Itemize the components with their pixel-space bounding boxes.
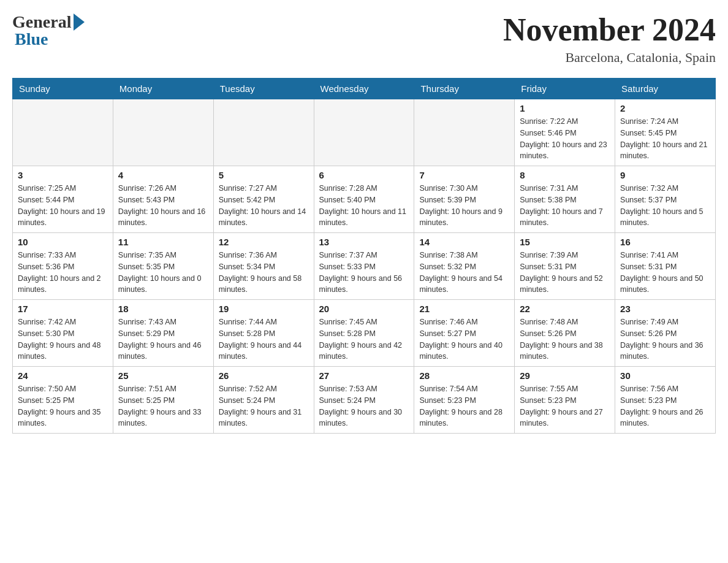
- day-cell: 22Sunrise: 7:48 AM Sunset: 5:26 PM Dayli…: [515, 300, 615, 367]
- day-cell: 10Sunrise: 7:33 AM Sunset: 5:36 PM Dayli…: [13, 233, 113, 300]
- day-number: 25: [118, 370, 208, 381]
- calendar-header-row: SundayMondayTuesdayWednesdayThursdayFrid…: [13, 79, 716, 99]
- month-title: November 2024: [503, 12, 716, 47]
- title-area: November 2024 Barcelona, Catalonia, Spai…: [503, 12, 716, 66]
- day-info: Sunrise: 7:33 AM Sunset: 5:36 PM Dayligh…: [18, 250, 108, 296]
- day-cell: 7Sunrise: 7:30 AM Sunset: 5:39 PM Daylig…: [414, 166, 515, 233]
- day-number: 11: [118, 237, 208, 247]
- header: General Blue November 2024 Barcelona, Ca…: [12, 12, 716, 66]
- day-cell: 2Sunrise: 7:24 AM Sunset: 5:45 PM Daylig…: [615, 99, 716, 166]
- day-cell: 21Sunrise: 7:46 AM Sunset: 5:27 PM Dayli…: [414, 300, 515, 367]
- calendar-header-thursday: Thursday: [414, 79, 515, 99]
- day-cell: 26Sunrise: 7:52 AM Sunset: 5:24 PM Dayli…: [213, 367, 314, 434]
- day-info: Sunrise: 7:28 AM Sunset: 5:40 PM Dayligh…: [319, 183, 409, 229]
- week-row-1: 1Sunrise: 7:22 AM Sunset: 5:46 PM Daylig…: [13, 99, 716, 166]
- day-cell: 20Sunrise: 7:45 AM Sunset: 5:28 PM Dayli…: [314, 300, 414, 367]
- day-number: 16: [620, 237, 710, 247]
- day-cell: 16Sunrise: 7:41 AM Sunset: 5:31 PM Dayli…: [615, 233, 716, 300]
- day-info: Sunrise: 7:44 AM Sunset: 5:28 PM Dayligh…: [219, 316, 309, 362]
- day-cell: 14Sunrise: 7:38 AM Sunset: 5:32 PM Dayli…: [414, 233, 515, 300]
- day-cell: 12Sunrise: 7:36 AM Sunset: 5:34 PM Dayli…: [213, 233, 314, 300]
- day-number: 20: [319, 304, 409, 314]
- logo: General Blue: [12, 12, 85, 49]
- day-info: Sunrise: 7:52 AM Sunset: 5:24 PM Dayligh…: [219, 383, 309, 429]
- day-info: Sunrise: 7:26 AM Sunset: 5:43 PM Dayligh…: [118, 183, 208, 229]
- day-info: Sunrise: 7:43 AM Sunset: 5:29 PM Dayligh…: [118, 316, 208, 362]
- day-info: Sunrise: 7:36 AM Sunset: 5:34 PM Dayligh…: [219, 250, 309, 296]
- day-number: 7: [419, 170, 509, 180]
- day-number: 21: [419, 304, 509, 314]
- day-cell: 11Sunrise: 7:35 AM Sunset: 5:35 PM Dayli…: [113, 233, 213, 300]
- day-number: 2: [620, 103, 710, 113]
- day-number: 1: [520, 103, 610, 113]
- day-cell: [113, 99, 213, 166]
- week-row-3: 10Sunrise: 7:33 AM Sunset: 5:36 PM Dayli…: [13, 233, 716, 300]
- calendar-table: SundayMondayTuesdayWednesdayThursdayFrid…: [12, 78, 716, 434]
- day-number: 8: [520, 170, 610, 180]
- day-cell: 9Sunrise: 7:32 AM Sunset: 5:37 PM Daylig…: [615, 166, 716, 233]
- day-number: 15: [520, 237, 610, 247]
- day-cell: [213, 99, 314, 166]
- day-cell: 29Sunrise: 7:55 AM Sunset: 5:23 PM Dayli…: [515, 367, 615, 434]
- day-cell: 6Sunrise: 7:28 AM Sunset: 5:40 PM Daylig…: [314, 166, 414, 233]
- day-info: Sunrise: 7:22 AM Sunset: 5:46 PM Dayligh…: [520, 116, 610, 162]
- day-info: Sunrise: 7:46 AM Sunset: 5:27 PM Dayligh…: [419, 316, 509, 362]
- day-number: 6: [319, 170, 409, 180]
- day-cell: 25Sunrise: 7:51 AM Sunset: 5:25 PM Dayli…: [113, 367, 213, 434]
- day-info: Sunrise: 7:45 AM Sunset: 5:28 PM Dayligh…: [319, 316, 409, 362]
- day-info: Sunrise: 7:38 AM Sunset: 5:32 PM Dayligh…: [419, 250, 509, 296]
- day-info: Sunrise: 7:49 AM Sunset: 5:26 PM Dayligh…: [620, 316, 710, 362]
- day-number: 10: [18, 237, 108, 247]
- day-cell: 15Sunrise: 7:39 AM Sunset: 5:31 PM Dayli…: [515, 233, 615, 300]
- logo-arrow-icon: [74, 13, 85, 31]
- calendar-header-sunday: Sunday: [13, 79, 113, 99]
- day-number: 24: [18, 370, 108, 381]
- day-number: 17: [18, 304, 108, 314]
- day-info: Sunrise: 7:39 AM Sunset: 5:31 PM Dayligh…: [520, 250, 610, 296]
- day-info: Sunrise: 7:27 AM Sunset: 5:42 PM Dayligh…: [219, 183, 309, 229]
- day-number: 29: [520, 370, 610, 381]
- calendar-header-wednesday: Wednesday: [314, 79, 414, 99]
- day-number: 9: [620, 170, 710, 180]
- week-row-4: 17Sunrise: 7:42 AM Sunset: 5:30 PM Dayli…: [13, 300, 716, 367]
- day-info: Sunrise: 7:42 AM Sunset: 5:30 PM Dayligh…: [18, 316, 108, 362]
- day-number: 14: [419, 237, 509, 247]
- day-cell: 8Sunrise: 7:31 AM Sunset: 5:38 PM Daylig…: [515, 166, 615, 233]
- day-cell: 13Sunrise: 7:37 AM Sunset: 5:33 PM Dayli…: [314, 233, 414, 300]
- day-info: Sunrise: 7:24 AM Sunset: 5:45 PM Dayligh…: [620, 116, 710, 162]
- day-cell: 5Sunrise: 7:27 AM Sunset: 5:42 PM Daylig…: [213, 166, 314, 233]
- day-number: 23: [620, 304, 710, 314]
- calendar-header-monday: Monday: [113, 79, 213, 99]
- day-cell: 27Sunrise: 7:53 AM Sunset: 5:24 PM Dayli…: [314, 367, 414, 434]
- logo-blue-text: Blue: [12, 29, 48, 49]
- day-info: Sunrise: 7:41 AM Sunset: 5:31 PM Dayligh…: [620, 250, 710, 296]
- day-cell: 24Sunrise: 7:50 AM Sunset: 5:25 PM Dayli…: [13, 367, 113, 434]
- day-info: Sunrise: 7:53 AM Sunset: 5:24 PM Dayligh…: [319, 383, 409, 429]
- day-cell: 4Sunrise: 7:26 AM Sunset: 5:43 PM Daylig…: [113, 166, 213, 233]
- day-number: 26: [219, 370, 309, 381]
- day-cell: 18Sunrise: 7:43 AM Sunset: 5:29 PM Dayli…: [113, 300, 213, 367]
- day-cell: 1Sunrise: 7:22 AM Sunset: 5:46 PM Daylig…: [515, 99, 615, 166]
- location-title: Barcelona, Catalonia, Spain: [503, 50, 716, 66]
- day-info: Sunrise: 7:37 AM Sunset: 5:33 PM Dayligh…: [319, 250, 409, 296]
- day-info: Sunrise: 7:56 AM Sunset: 5:23 PM Dayligh…: [620, 383, 710, 429]
- day-number: 18: [118, 304, 208, 314]
- day-number: 13: [319, 237, 409, 247]
- day-cell: 28Sunrise: 7:54 AM Sunset: 5:23 PM Dayli…: [414, 367, 515, 434]
- day-info: Sunrise: 7:31 AM Sunset: 5:38 PM Dayligh…: [520, 183, 610, 229]
- day-cell: [314, 99, 414, 166]
- day-number: 5: [219, 170, 309, 180]
- day-number: 3: [18, 170, 108, 180]
- day-number: 27: [319, 370, 409, 381]
- day-cell: 30Sunrise: 7:56 AM Sunset: 5:23 PM Dayli…: [615, 367, 716, 434]
- day-cell: 3Sunrise: 7:25 AM Sunset: 5:44 PM Daylig…: [13, 166, 113, 233]
- day-info: Sunrise: 7:30 AM Sunset: 5:39 PM Dayligh…: [419, 183, 509, 229]
- day-info: Sunrise: 7:35 AM Sunset: 5:35 PM Dayligh…: [118, 250, 208, 296]
- day-info: Sunrise: 7:51 AM Sunset: 5:25 PM Dayligh…: [118, 383, 208, 429]
- day-number: 28: [419, 370, 509, 381]
- day-cell: [414, 99, 515, 166]
- day-number: 30: [620, 370, 710, 381]
- day-info: Sunrise: 7:50 AM Sunset: 5:25 PM Dayligh…: [18, 383, 108, 429]
- day-info: Sunrise: 7:25 AM Sunset: 5:44 PM Dayligh…: [18, 183, 108, 229]
- day-cell: 17Sunrise: 7:42 AM Sunset: 5:30 PM Dayli…: [13, 300, 113, 367]
